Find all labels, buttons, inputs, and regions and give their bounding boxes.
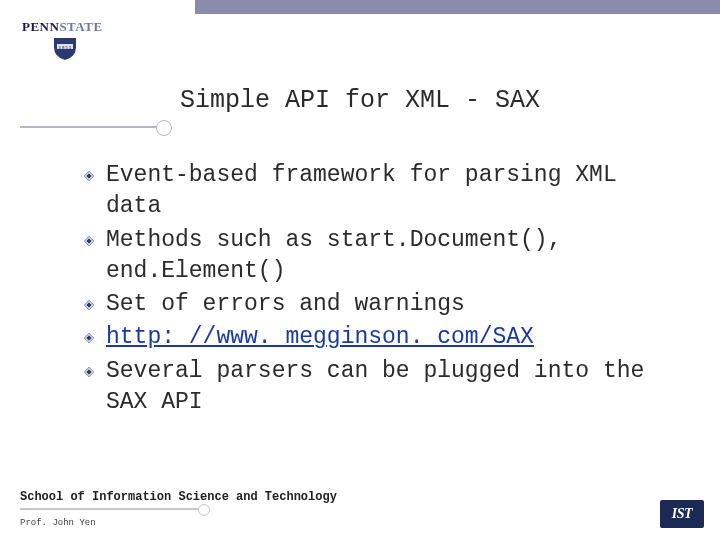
slide-title: Simple API for XML - SAX: [0, 86, 720, 115]
diamond-bullet-icon: [82, 234, 96, 248]
list-item: Set of errors and warnings: [82, 289, 662, 320]
header-decorative-bar: [195, 0, 720, 14]
ist-logo-text: IST: [672, 506, 692, 522]
list-item-text: Methods such as start.Document(), end.El…: [106, 227, 561, 284]
list-item: Methods such as start.Document(), end.El…: [82, 225, 662, 288]
logo-wordmark: PENNSTATE: [22, 19, 103, 35]
shield-icon: 1 8 5 5: [52, 37, 122, 66]
title-rule: [20, 126, 158, 128]
diamond-bullet-icon: [82, 365, 96, 379]
ist-logo: IST: [660, 500, 704, 528]
diamond-bullet-icon: [82, 298, 96, 312]
list-item: Event-based framework for parsing XML da…: [82, 160, 662, 223]
diamond-bullet-icon: [82, 331, 96, 345]
list-item-text: Event-based framework for parsing XML da…: [106, 162, 617, 219]
list-item: Several parsers can be plugged into the …: [82, 356, 662, 419]
list-item-text: Set of errors and warnings: [106, 291, 465, 317]
diamond-bullet-icon: [82, 169, 96, 183]
list-item: http: //www. megginson. com/SAX: [82, 322, 662, 353]
pennstate-logo: PENNSTATE 1 8 5 5: [22, 18, 122, 66]
list-item-link[interactable]: http: //www. megginson. com/SAX: [106, 324, 534, 350]
footer-school-name: School of Information Science and Techno…: [20, 490, 337, 504]
footer-professor-name: Prof. John Yen: [20, 518, 96, 528]
bullet-list: Event-based framework for parsing XML da…: [82, 160, 662, 420]
svg-text:1 8 5 5: 1 8 5 5: [59, 45, 72, 50]
list-item-text: Several parsers can be plugged into the …: [106, 358, 644, 415]
footer-rule: [20, 508, 200, 510]
